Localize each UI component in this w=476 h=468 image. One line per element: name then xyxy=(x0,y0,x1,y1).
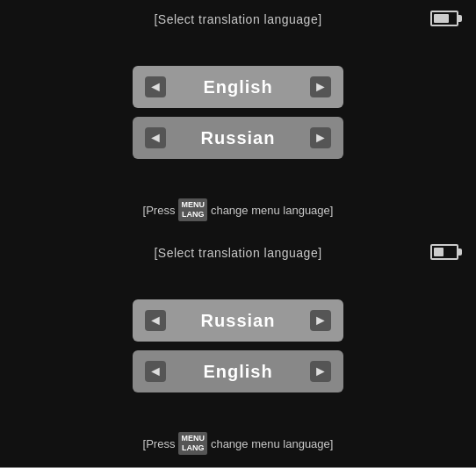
left-arrow-icon-4: ◄ xyxy=(145,361,166,382)
battery-icon-1 xyxy=(430,11,458,26)
panel-top: [Select translation language] ◄ English … xyxy=(0,0,476,234)
battery-fill-1 xyxy=(434,14,449,23)
right-arrow-icon-3: ► xyxy=(310,310,331,331)
left-arrow-icon-1: ◄ xyxy=(145,76,166,97)
english-button-2[interactable]: ◄ English ► xyxy=(133,350,343,392)
footer-post-2: change menu language] xyxy=(211,437,334,450)
english-button-1[interactable]: ◄ English ► xyxy=(133,66,343,108)
buttons-area-2: ◄ Russian ► ◄ English ► xyxy=(18,260,458,432)
footer-post-1: change menu language] xyxy=(211,204,334,217)
russian-button-2[interactable]: ◄ Russian ► xyxy=(133,299,343,342)
right-arrow-icon-4: ► xyxy=(310,361,331,382)
footer-pre-1: [Press xyxy=(143,204,176,217)
english-label-2: English xyxy=(169,362,307,382)
panel-top-header: [Select translation language] xyxy=(18,12,458,26)
footer-pre-2: [Press xyxy=(143,437,176,450)
menu-lang-badge-1: MENU LANG xyxy=(178,198,207,221)
right-arrow-icon-2: ► xyxy=(310,127,331,148)
panel-footer-1: [Press MENU LANG change menu language] xyxy=(143,198,334,221)
russian-label-2: Russian xyxy=(169,311,307,331)
select-translation-label-1: [Select translation language] xyxy=(154,12,321,26)
russian-label-1: Russian xyxy=(169,128,307,148)
panel-bottom: [Select translation language] ◄ Russian … xyxy=(0,234,476,467)
left-arrow-icon-2: ◄ xyxy=(145,127,166,148)
left-arrow-icon-3: ◄ xyxy=(145,310,166,331)
battery-icon-2 xyxy=(430,244,458,260)
panel-footer-2: [Press MENU LANG change menu language] xyxy=(143,432,334,455)
select-translation-label-2: [Select translation language] xyxy=(154,246,321,260)
right-arrow-icon-1: ► xyxy=(310,76,331,97)
panel-bottom-header: [Select translation language] xyxy=(18,246,458,260)
menu-lang-badge-2: MENU LANG xyxy=(178,432,207,455)
buttons-area-1: ◄ English ► ◄ Russian ► xyxy=(18,26,458,198)
english-label-1: English xyxy=(169,77,307,97)
battery-fill-2 xyxy=(434,248,444,256)
russian-button-1[interactable]: ◄ Russian ► xyxy=(133,117,343,159)
